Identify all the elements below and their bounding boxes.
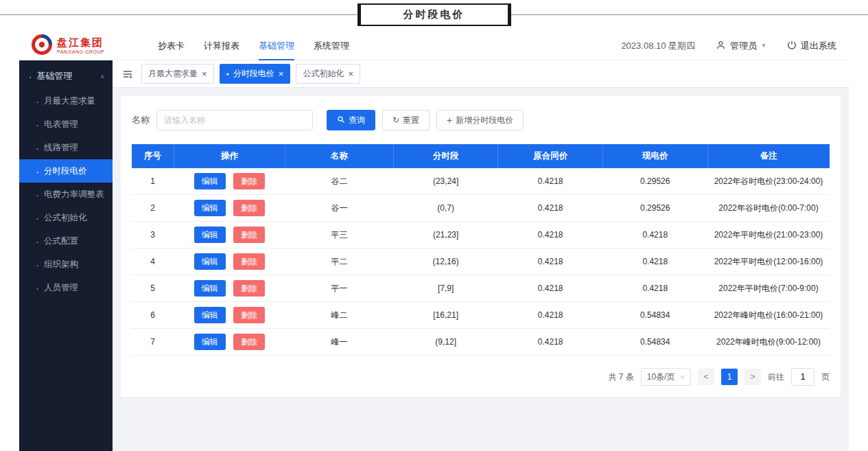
search-button[interactable]: 查询 bbox=[327, 110, 375, 130]
delete-button[interactable]: 删除 bbox=[233, 200, 265, 216]
cell-period: [16,21] bbox=[393, 302, 498, 329]
chevron-down-icon: ▼ bbox=[761, 43, 766, 49]
logo-text: 盘江集团 bbox=[57, 37, 104, 47]
nav-item-meter-card[interactable]: 抄表卡 bbox=[158, 32, 185, 60]
add-time-period-price-button[interactable]: + 新增分时段电价 bbox=[436, 110, 524, 130]
nav-item-system-mgmt[interactable]: 系统管理 bbox=[314, 32, 349, 60]
edit-button[interactable]: 编辑 bbox=[194, 253, 226, 270]
sidebar-item-org-structure[interactable]: · 组织架构 bbox=[19, 253, 113, 276]
col-seq: 序号 bbox=[132, 144, 174, 168]
app-window: 盘江集团 PANJIANG GROUP 抄表卡 计算报表 基础管理 系统管理 2… bbox=[19, 32, 849, 451]
table-row: 1 编辑 删除 谷二 (23,24] 0.4218 0.29526 2022年谷… bbox=[132, 168, 830, 195]
tab-formula-init[interactable]: 公式初始化 × bbox=[296, 64, 360, 84]
active-dot-icon: ● bbox=[226, 71, 229, 76]
cell-current-price: 0.4218 bbox=[602, 248, 707, 275]
cell-period: [7,9] bbox=[393, 275, 498, 302]
delete-button[interactable]: 删除 bbox=[233, 307, 265, 323]
edit-button[interactable]: 编辑 bbox=[194, 173, 226, 189]
edit-button[interactable]: 编辑 bbox=[194, 227, 226, 243]
sidebar: · 基础管理 ∧ · 月最大需求量 · 电表管理 · 线路管理 bbox=[19, 60, 113, 451]
bullet-icon: · bbox=[29, 71, 32, 82]
cell-name: 峰一 bbox=[285, 329, 394, 356]
sidebar-item-label: 电费力率调整表 bbox=[44, 189, 104, 200]
pagination: 共 7 条 10条/页 ∨ < 1 > 前往 页 bbox=[132, 368, 830, 386]
sidebar-item-label: 公式初始化 bbox=[44, 212, 87, 224]
price-table: 序号 操作 名称 分时段 原合同价 现电价 备注 1 bbox=[132, 144, 830, 356]
delete-button[interactable]: 删除 bbox=[233, 173, 265, 189]
sidebar-item-power-factor-table[interactable]: · 电费力率调整表 bbox=[19, 183, 113, 206]
delete-button[interactable]: 删除 bbox=[233, 227, 265, 243]
close-icon[interactable]: × bbox=[202, 69, 207, 78]
nav-item-basic-mgmt[interactable]: 基础管理 bbox=[259, 32, 294, 60]
tab-label: 公式初始化 bbox=[303, 68, 344, 80]
cell-actions: 编辑 删除 bbox=[174, 302, 285, 329]
cell-name: 谷一 bbox=[285, 195, 394, 222]
cell-contract-price: 0.4218 bbox=[498, 302, 603, 329]
page-unit-label: 页 bbox=[821, 371, 830, 383]
delete-button[interactable]: 删除 bbox=[233, 280, 265, 297]
close-icon[interactable]: × bbox=[348, 69, 353, 78]
page-title: 分时段电价 bbox=[357, 3, 511, 26]
name-input[interactable] bbox=[156, 110, 313, 130]
user-menu[interactable]: 管理员 ▼ bbox=[716, 40, 766, 52]
chevron-up-icon: ∧ bbox=[100, 73, 104, 80]
tab-time-period-price[interactable]: ● 分时段电价 × bbox=[220, 64, 291, 84]
nav-item-calc-report[interactable]: 计算报表 bbox=[204, 32, 239, 60]
cell-actions: 编辑 删除 bbox=[174, 329, 285, 356]
search-icon bbox=[337, 115, 345, 126]
prev-page-button[interactable]: < bbox=[698, 369, 714, 385]
edit-button[interactable]: 编辑 bbox=[194, 200, 226, 216]
reset-button-label: 重置 bbox=[403, 115, 419, 126]
cell-current-price: 0.54834 bbox=[602, 302, 707, 329]
sidebar-item-formula-config[interactable]: · 公式配置 bbox=[19, 229, 113, 253]
next-page-button[interactable]: > bbox=[744, 369, 761, 385]
page-size-select[interactable]: 10条/页 ∨ bbox=[641, 368, 691, 386]
sidebar-item-label: 月最大需求量 bbox=[44, 95, 95, 107]
sidebar-item-meter-mgmt[interactable]: · 电表管理 bbox=[19, 113, 113, 136]
cell-contract-price: 0.4218 bbox=[498, 222, 603, 248]
logout-button[interactable]: 退出系统 bbox=[787, 40, 836, 52]
sidebar-item-monthly-max-demand[interactable]: · 月最大需求量 bbox=[19, 89, 113, 113]
cell-period: (9,12] bbox=[393, 329, 498, 356]
name-label: 名称 bbox=[132, 114, 150, 126]
tab-monthly-max-demand[interactable]: 月最大需求量 × bbox=[141, 64, 214, 84]
col-period: 分时段 bbox=[393, 144, 498, 168]
goto-page-input[interactable] bbox=[791, 368, 814, 386]
sidebar-group-label: 基础管理 bbox=[36, 70, 72, 82]
bullet-icon: · bbox=[36, 189, 39, 200]
cell-seq: 6 bbox=[132, 302, 174, 329]
delete-button[interactable]: 删除 bbox=[233, 334, 265, 350]
cell-seq: 7 bbox=[132, 329, 174, 356]
cell-name: 峰二 bbox=[285, 302, 394, 329]
tab-list-icon[interactable] bbox=[119, 66, 136, 82]
reset-button[interactable]: ↻ 重置 bbox=[382, 110, 430, 130]
sidebar-group-basic-mgmt[interactable]: · 基础管理 ∧ bbox=[19, 63, 113, 89]
cell-contract-price: 0.4218 bbox=[498, 195, 603, 222]
edit-button[interactable]: 编辑 bbox=[194, 334, 226, 350]
col-current-price: 现电价 bbox=[602, 144, 707, 168]
cell-current-price: 0.54834 bbox=[602, 329, 707, 356]
cell-seq: 4 bbox=[132, 248, 174, 275]
current-page-button[interactable]: 1 bbox=[721, 369, 738, 385]
close-icon[interactable]: × bbox=[279, 69, 284, 78]
search-button-label: 查询 bbox=[349, 115, 365, 126]
edit-button[interactable]: 编辑 bbox=[194, 307, 226, 323]
cell-seq: 2 bbox=[132, 195, 174, 222]
user-icon bbox=[716, 40, 726, 52]
logout-label: 退出系统 bbox=[801, 40, 836, 52]
sidebar-item-time-period-price[interactable]: · 分时段电价 bbox=[19, 159, 113, 183]
sidebar-item-line-mgmt[interactable]: · 线路管理 bbox=[19, 136, 113, 159]
cell-remark: 2022年平时电价(12:00-16:00) bbox=[707, 248, 830, 275]
sidebar-item-personnel-mgmt[interactable]: · 人员管理 bbox=[19, 276, 113, 299]
table-row: 4 编辑 删除 平二 (12,16) 0.4218 0.4218 2022年平时… bbox=[132, 248, 830, 275]
search-toolbar: 名称 查询 ↻ 重置 + bbox=[132, 110, 830, 130]
delete-button[interactable]: 删除 bbox=[233, 253, 265, 270]
table-header: 序号 操作 名称 分时段 原合同价 现电价 备注 bbox=[132, 144, 830, 168]
bullet-icon: · bbox=[36, 166, 39, 176]
chevron-right-icon: > bbox=[750, 372, 755, 382]
col-name: 名称 bbox=[285, 144, 394, 168]
cell-remark: 2022年平时电价(7:00-9:00) bbox=[707, 275, 830, 302]
bullet-icon: · bbox=[36, 259, 39, 270]
edit-button[interactable]: 编辑 bbox=[194, 280, 226, 297]
sidebar-item-formula-init[interactable]: · 公式初始化 bbox=[19, 206, 113, 229]
